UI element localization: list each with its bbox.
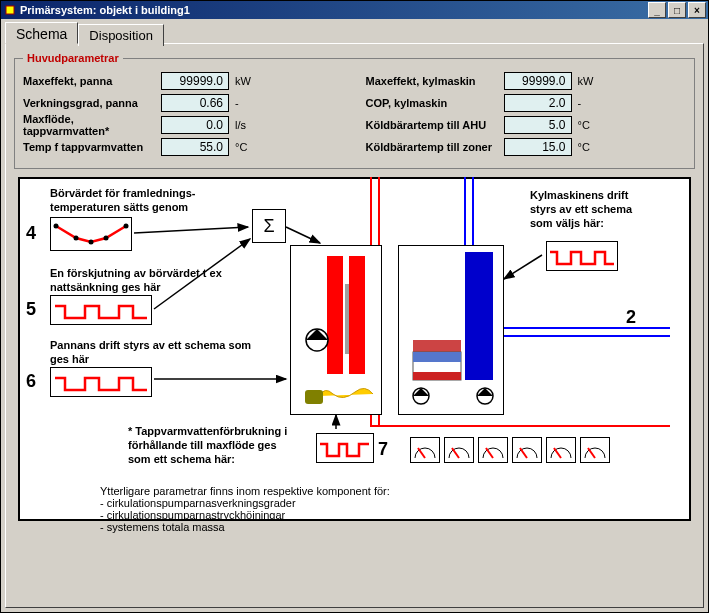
close-button[interactable]: × [688, 2, 706, 18]
step-number-4: 4 [26, 223, 36, 244]
param-label: Maxeffekt, kylmaskin [366, 75, 504, 87]
svg-rect-0 [6, 6, 14, 14]
sum-block[interactable]: Σ [252, 209, 286, 243]
svg-line-21 [286, 227, 320, 243]
zone-gauge-5[interactable] [546, 437, 576, 463]
zone-gauge-6[interactable] [580, 437, 610, 463]
svg-line-27 [520, 448, 527, 458]
param-label: Köldbärartemp till AHU [366, 119, 504, 131]
footer-line: - cirkulationspumparnasverkningsgrader [100, 497, 390, 509]
boiler-schedule-box[interactable] [50, 367, 152, 397]
text-label-7: * Tappvarmvattenförbrukning i förhålland… [128, 425, 308, 466]
param-unit: kW [572, 75, 606, 87]
svg-point-3 [89, 240, 94, 245]
titlebar: Primärsystem: objekt i building1 _ □ × [1, 1, 708, 19]
param-unit: °C [572, 119, 606, 131]
params-legend: Huvudparametrar [23, 52, 123, 64]
svg-rect-14 [413, 352, 461, 362]
svg-line-22 [504, 255, 542, 279]
params-left: Maxeffekt, panna99999.0kW Verkningsgrad,… [23, 70, 344, 158]
param-value[interactable]: 15.0 [504, 138, 572, 156]
schema-diagram: Börvärdet för framlednings- temperaturen… [18, 177, 691, 521]
svg-line-26 [486, 448, 493, 458]
svg-point-1 [54, 224, 59, 229]
step-number-6: 6 [26, 371, 36, 392]
boiler-unit[interactable] [290, 245, 382, 415]
svg-point-5 [124, 224, 129, 229]
zone-gauge-3[interactable] [478, 437, 508, 463]
app-window: Primärsystem: objekt i building1 _ □ × S… [0, 0, 709, 613]
param-label: Maxeffekt, panna [23, 75, 161, 87]
window-title: Primärsystem: objekt i building1 [20, 4, 190, 16]
param-value[interactable]: 2.0 [504, 94, 572, 112]
tab-strip: Schema Disposition [5, 21, 704, 43]
dhw-schedule-box[interactable] [316, 433, 374, 463]
footer-line: - cirkulationspumparnastryckhöjningar [100, 509, 390, 521]
minimize-button[interactable]: _ [648, 2, 666, 18]
text-label-4: Börvärdet för framlednings- temperaturen… [50, 187, 240, 215]
param-value[interactable]: 0.66 [161, 94, 229, 112]
footer-line: Ytterligare parametrar finns inom respek… [100, 485, 390, 497]
params-group: Huvudparametrar Maxeffekt, panna99999.0k… [14, 52, 695, 169]
param-value[interactable]: 99999.0 [161, 72, 229, 90]
setpoint-curve-box[interactable] [50, 217, 132, 251]
param-label: Köldbärartemp till zoner [366, 141, 504, 153]
zone-gauge-2[interactable] [444, 437, 474, 463]
text-label-2: Kylmaskinens drift styrs av ett schema s… [530, 189, 650, 230]
svg-rect-8 [345, 284, 349, 354]
chiller-unit[interactable] [398, 245, 504, 415]
param-label: Verkningsgrad, panna [23, 97, 161, 109]
svg-rect-10 [305, 390, 323, 404]
zone-gauge-4[interactable] [512, 437, 542, 463]
param-unit: °C [229, 141, 263, 153]
cold-pipe-ha [500, 327, 670, 329]
svg-line-28 [554, 448, 561, 458]
svg-rect-7 [349, 256, 365, 374]
svg-rect-6 [327, 256, 343, 374]
param-value[interactable]: 55.0 [161, 138, 229, 156]
offset-schedule-box[interactable] [50, 295, 152, 325]
svg-rect-12 [413, 340, 461, 352]
svg-point-4 [104, 236, 109, 241]
step-number-5: 5 [26, 299, 36, 320]
text-label-5: En förskjutning av börvärdet t ex nattsä… [50, 267, 260, 295]
tab-panel: Huvudparametrar Maxeffekt, panna99999.0k… [5, 43, 704, 608]
svg-point-2 [74, 236, 79, 241]
zone-gauge-1[interactable] [410, 437, 440, 463]
svg-line-18 [134, 227, 248, 233]
chiller-schedule-box[interactable] [546, 241, 618, 271]
param-value[interactable]: 99999.0 [504, 72, 572, 90]
app-icon [3, 3, 17, 17]
svg-line-25 [452, 448, 459, 458]
svg-line-29 [588, 448, 595, 458]
param-unit: kW [229, 75, 263, 87]
params-right: Maxeffekt, kylmaskin99999.0kW COP, kylma… [366, 70, 687, 158]
cold-pipe-1 [464, 177, 466, 247]
cold-pipe-hb [500, 335, 670, 337]
maximize-button[interactable]: □ [668, 2, 686, 18]
svg-line-24 [418, 448, 425, 458]
param-value[interactable]: 0.0 [161, 116, 229, 134]
text-label-6: Pannans drift styrs av ett schema som ge… [50, 339, 280, 367]
footer-notes: Ytterligare parametrar finns inom respek… [100, 485, 390, 533]
step-number-7: 7 [378, 439, 388, 460]
client-area: Schema Disposition Huvudparametrar Maxef… [1, 19, 708, 612]
svg-rect-11 [465, 252, 493, 380]
param-unit: l/s [229, 119, 263, 131]
tab-schema[interactable]: Schema [5, 22, 78, 44]
tab-disposition[interactable]: Disposition [78, 24, 164, 46]
param-unit: - [572, 97, 606, 109]
param-unit: °C [572, 141, 606, 153]
param-label: Temp f tappvarmvatten [23, 141, 161, 153]
param-unit: - [229, 97, 263, 109]
hot-pipe-h [370, 425, 670, 427]
svg-rect-15 [413, 372, 461, 380]
param-value[interactable]: 5.0 [504, 116, 572, 134]
footer-line: - systemens totala massa [100, 521, 390, 533]
param-label: COP, kylmaskin [366, 97, 504, 109]
cold-pipe-2 [472, 177, 474, 247]
param-label: Maxflöde, tappvarmvatten* [23, 113, 161, 137]
step-number-2: 2 [626, 307, 636, 328]
